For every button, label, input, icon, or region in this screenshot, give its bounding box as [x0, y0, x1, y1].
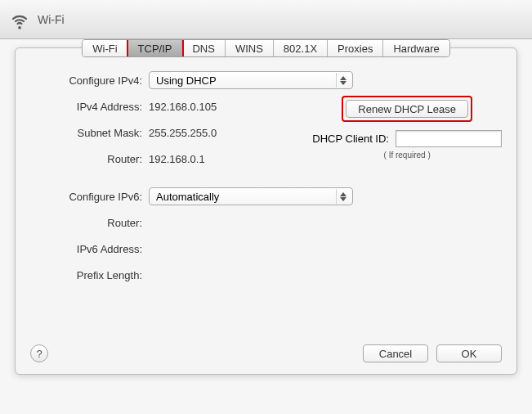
tab-tcpip[interactable]: TCP/IP: [128, 40, 183, 56]
tab-8021x[interactable]: 802.1X: [274, 40, 328, 56]
cancel-button[interactable]: Cancel: [363, 344, 428, 362]
if-required-hint: ( If required ): [312, 151, 502, 160]
tab-wins[interactable]: WINS: [226, 40, 274, 56]
ipv4-address-label: IPv4 Address:: [30, 101, 149, 113]
tab-dns[interactable]: DNS: [182, 40, 225, 56]
dropdown-arrows-icon: [336, 189, 349, 204]
subnet-mask-value: 255.255.255.0: [149, 127, 217, 139]
page-title: Wi-Fi: [38, 13, 65, 26]
ipv4-router-value: 192.168.0.1: [149, 153, 205, 165]
ipv6-address-label: IPv6 Address:: [30, 243, 149, 255]
settings-panel: Wi-Fi TCP/IP DNS WINS 802.1X Proxies Har…: [15, 47, 517, 375]
ipv4-router-label: Router:: [30, 153, 149, 165]
help-button[interactable]: ?: [30, 344, 48, 362]
renew-dhcp-button[interactable]: Renew DHCP Lease: [346, 100, 468, 118]
header: Wi-Fi: [0, 0, 532, 39]
configure-ipv6-label: Configure IPv6:: [30, 191, 149, 203]
configure-ipv4-select[interactable]: Using DHCP: [149, 71, 353, 89]
prefix-length-label: Prefix Length:: [30, 269, 149, 281]
wifi-icon: [10, 10, 29, 29]
ipv6-router-label: Router:: [30, 217, 149, 229]
configure-ipv6-select[interactable]: Automatically: [149, 187, 353, 205]
dhcp-client-id-label: DHCP Client ID:: [312, 133, 389, 145]
subnet-mask-label: Subnet Mask:: [30, 127, 149, 139]
configure-ipv6-value: Automatically: [156, 191, 219, 203]
tab-hardware[interactable]: Hardware: [383, 40, 449, 56]
dhcp-client-id-input[interactable]: [396, 130, 502, 147]
renew-dhcp-highlight: Renew DHCP Lease: [343, 97, 471, 120]
configure-ipv4-label: Configure IPv4:: [30, 74, 149, 87]
dropdown-arrows-icon: [336, 73, 349, 88]
ipv4-address-value: 192.168.0.105: [149, 101, 217, 113]
tab-proxies[interactable]: Proxies: [328, 40, 383, 56]
tab-wifi[interactable]: Wi-Fi: [83, 40, 127, 56]
configure-ipv4-value: Using DHCP: [156, 74, 217, 87]
tabbar: Wi-Fi TCP/IP DNS WINS 802.1X Proxies Har…: [82, 39, 450, 57]
ok-button[interactable]: OK: [436, 344, 502, 362]
